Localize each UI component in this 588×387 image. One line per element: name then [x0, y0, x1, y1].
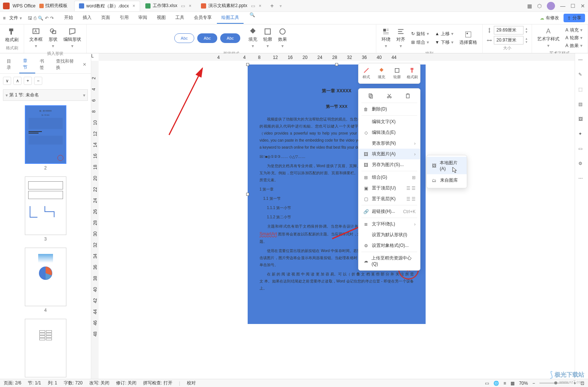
- wrap-button[interactable]: 环绕▾: [380, 26, 392, 50]
- book-icon[interactable]: ▭: [578, 146, 585, 153]
- nav-tab-toc[interactable]: 目录: [3, 56, 19, 73]
- thumb-page-4[interactable]: [25, 248, 66, 306]
- thumbnail-2[interactable]: 第一章 XXXXX 第一节 XXX 2: [0, 105, 91, 171]
- shape-button[interactable]: 形状▾: [47, 26, 59, 50]
- view-web-icon[interactable]: 🌐: [493, 381, 499, 386]
- close-window[interactable]: ✕: [581, 3, 585, 9]
- tab-start[interactable]: 开始: [60, 12, 77, 24]
- submenu-from-library[interactable]: 🗂 来自图库: [427, 174, 467, 186]
- min-window[interactable]: —: [560, 3, 565, 9]
- spin-up[interactable]: ▲: [525, 27, 528, 30]
- textbox-button[interactable]: A 文本框▾: [28, 26, 44, 50]
- view-read-icon[interactable]: ▦: [511, 381, 515, 386]
- copy-icon[interactable]: [368, 93, 374, 99]
- max-window[interactable]: ☐: [571, 3, 575, 9]
- file-menu[interactable]: 文件 ▾: [7, 15, 24, 21]
- submenu-local-image[interactable]: 🖼 本地图片(A): [427, 157, 467, 174]
- wa-fill-button[interactable]: A填充▾: [564, 26, 584, 34]
- nav-add-button[interactable]: +: [24, 77, 32, 85]
- cm-send-back[interactable]: ▢置于底层(K)☰ ☰: [359, 194, 420, 204]
- thumbnail-4[interactable]: 4: [0, 248, 91, 313]
- cm-text-wrap[interactable]: ≣文字环绕(L)›: [359, 219, 420, 229]
- nav-next-button[interactable]: ∧: [13, 77, 22, 85]
- status-track[interactable]: 改写: 关闭: [89, 380, 110, 386]
- spin-down[interactable]: ▼: [525, 30, 528, 34]
- group-button[interactable]: ⊞组合▾: [410, 39, 430, 46]
- avatar[interactable]: [547, 2, 555, 10]
- tab-page[interactable]: 页面: [97, 12, 115, 24]
- paste-icon[interactable]: [405, 93, 411, 99]
- cm-save-as-image[interactable]: 🖼另存为图片(S)...: [359, 159, 420, 170]
- selection-handle[interactable]: [335, 63, 338, 66]
- select-icon[interactable]: ⬚: [578, 87, 585, 93]
- cube-icon[interactable]: ⬡: [537, 3, 542, 9]
- close-icon[interactable]: ×: [189, 3, 191, 9]
- spin-down[interactable]: ▼: [525, 40, 528, 44]
- tab-drawing[interactable]: 绘图工具: [217, 12, 244, 24]
- cm-fill-image[interactable]: 🖼填充图片(A)›: [359, 149, 420, 159]
- tab-review[interactable]: 审阅: [134, 12, 152, 24]
- edit-shape-button[interactable]: 编辑形状▾: [62, 26, 83, 50]
- close-icon[interactable]: ×: [133, 3, 135, 9]
- preview-icon[interactable]: 🔍: [38, 16, 43, 21]
- redo-icon[interactable]: ↷: [50, 16, 54, 21]
- style-pill-1[interactable]: Abc: [174, 33, 194, 43]
- zoom-out-button[interactable]: −: [532, 381, 535, 386]
- cm-edit-vertex[interactable]: ◇编辑顶点(E): [359, 127, 420, 138]
- wa-effect-button[interactable]: A效果▾: [564, 42, 584, 50]
- selection-pane-button[interactable]: 选择窗格: [458, 29, 479, 47]
- view-page-icon[interactable]: ▭: [485, 381, 489, 386]
- move-down-button[interactable]: ▼下移▾: [433, 39, 455, 46]
- print-icon[interactable]: ⎙: [34, 16, 36, 21]
- spin-up[interactable]: ▲: [525, 37, 528, 40]
- move-up-button[interactable]: ▲上移▾: [433, 30, 455, 38]
- tab-view[interactable]: 视图: [152, 12, 170, 24]
- collapse-icon[interactable]: —: [578, 57, 585, 64]
- status-words[interactable]: 字数: 720: [64, 380, 83, 386]
- tab-member[interactable]: 会员专享: [189, 12, 216, 24]
- thumb-page-5[interactable]: [25, 319, 66, 377]
- ruler-horizontal[interactable]: 4 4 8 12 16 20 24 28 32 36 40 44: [99, 53, 575, 61]
- status-page[interactable]: 页面: 2/6: [4, 380, 21, 386]
- mini-style-button[interactable]: 样式: [359, 63, 374, 83]
- cm-set-default[interactable]: 设置为默认形状(I): [359, 229, 420, 240]
- modified-indicator[interactable]: ☁ 有修改: [540, 15, 559, 21]
- format-painter-button[interactable]: 格式刷: [4, 26, 20, 44]
- mini-fill-button[interactable]: 填充: [374, 63, 390, 83]
- view-outline-icon[interactable]: ≡: [503, 381, 506, 386]
- home-template-tab[interactable]: 找稻壳模板: [36, 3, 71, 9]
- document-viewport[interactable]: 第一章 XXXXX 第一节 XXX 视频提供了功能强大的方法帮助您证明您的观点。…: [99, 61, 575, 379]
- cm-format-object[interactable]: ⚙设置对象格式(O)...: [359, 240, 420, 251]
- search-icon[interactable]: 🔍: [250, 12, 255, 24]
- style-pill-3[interactable]: Abc: [220, 33, 240, 43]
- tab-insert[interactable]: 插入: [78, 12, 96, 24]
- height-input[interactable]: 29.69厘米: [494, 26, 523, 34]
- status-section[interactable]: 节: 1/1: [28, 380, 41, 386]
- tab-tools[interactable]: 工具: [171, 12, 189, 24]
- wordart-style-button[interactable]: A艺术字样式▾: [536, 26, 561, 50]
- nav-tab-bookmark[interactable]: 书签: [36, 56, 52, 73]
- close-icon[interactable]: ×: [259, 3, 261, 9]
- outline-button[interactable]: 轮廓▾: [262, 26, 274, 50]
- selection-handle[interactable]: [246, 193, 249, 196]
- tab-reference[interactable]: 引用: [115, 12, 133, 24]
- status-spell[interactable]: 拼写检查: 打开: [143, 380, 172, 386]
- effect-button[interactable]: 效果▾: [277, 26, 288, 50]
- status-proof[interactable]: 校对: [187, 380, 196, 386]
- pen-icon[interactable]: ✎: [578, 72, 585, 79]
- selection-handle[interactable]: [246, 63, 249, 66]
- nav-close-button[interactable]: ✕: [81, 60, 88, 69]
- cm-upload[interactable]: ☁上传至稻壳资源中心(Q): [359, 253, 420, 269]
- minimize-icon[interactable]: ▭: [251, 3, 255, 9]
- rotate-button[interactable]: ↻旋转▾: [410, 30, 430, 38]
- cm-change-shape[interactable]: 更改形状(N)›: [359, 138, 420, 149]
- tab-dropdown[interactable]: ▾: [280, 3, 282, 9]
- nav-tab-section[interactable]: 章节: [19, 56, 35, 73]
- wa-outline-button[interactable]: A轮廓▾: [564, 34, 584, 42]
- thumbnail-3[interactable]: 3: [0, 176, 91, 242]
- zoom-value[interactable]: 70%: [519, 381, 528, 386]
- thumbnail-5[interactable]: [0, 319, 91, 377]
- width-input[interactable]: 20.97厘米: [494, 36, 523, 44]
- sparkle-icon[interactable]: ✦: [578, 131, 585, 138]
- doc-tab-word[interactable]: word教程（新）.docx ×: [74, 1, 140, 11]
